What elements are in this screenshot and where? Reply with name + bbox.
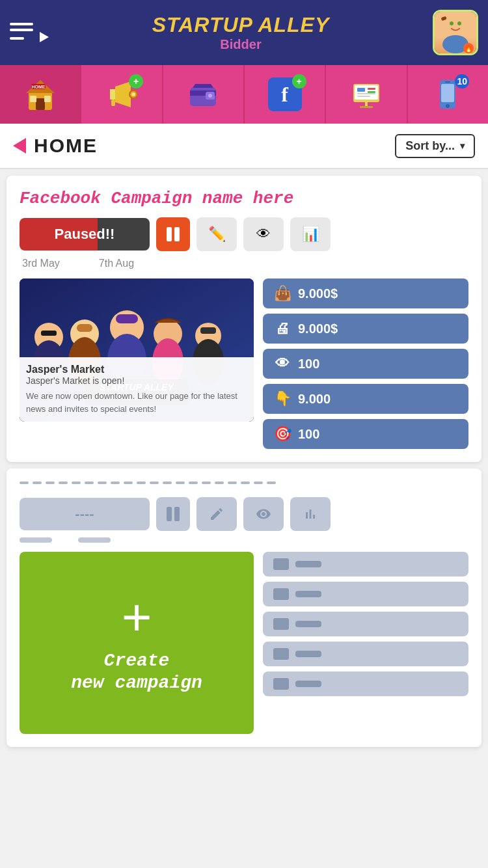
- plus-icon: +: [122, 591, 152, 644]
- dashed-separator: [20, 481, 468, 484]
- svg-point-15: [131, 92, 135, 96]
- chevron-down-icon: ▾: [460, 141, 465, 151]
- svg-rect-24: [368, 88, 375, 90]
- svg-rect-10: [30, 96, 36, 102]
- market-name: Jasper's Market: [26, 364, 247, 375]
- target-icon: 🎯: [273, 426, 291, 442]
- avatar[interactable]: 🔥: [433, 10, 478, 55]
- campaign-card-2: ---- +: [7, 468, 481, 747]
- svg-rect-47: [200, 327, 216, 334]
- create-campaign-label: Create new campaign: [71, 650, 202, 694]
- svg-rect-4: [441, 16, 447, 21]
- svg-rect-29: [360, 106, 373, 108]
- svg-rect-42: [116, 314, 138, 323]
- nav-tabs: HOME +: [0, 65, 488, 124]
- create-campaign-button[interactable]: + Create new campaign: [20, 552, 254, 734]
- svg-rect-23: [357, 88, 365, 92]
- app-subtitle: Bidder: [152, 37, 330, 52]
- empty-stat-3: [263, 612, 468, 636]
- stats-column: 👜 9.000$ 🖨 9.000$ 👁 100 👇 9.000 🎯: [263, 278, 468, 449]
- page-content: HOME Sort by... ▾ Facebook Campaign name…: [0, 124, 488, 868]
- svg-text:HOME: HOME: [31, 85, 45, 89]
- menu-arrow-icon: [40, 32, 49, 42]
- sort-by-button[interactable]: Sort by... ▾: [395, 134, 475, 158]
- empty-campaign-controls: ----: [20, 497, 468, 531]
- empty-stat-2: [263, 582, 468, 606]
- date-start: 3rd May: [22, 258, 60, 269]
- empty-stats-column: [263, 552, 468, 734]
- app-title: STARTUP ALLEY Bidder: [152, 13, 330, 52]
- svg-rect-36: [41, 331, 57, 336]
- empty-view: [243, 497, 284, 531]
- stat-views[interactable]: 👁 100: [263, 349, 468, 379]
- stat-target[interactable]: 🎯 100: [263, 419, 468, 449]
- stat-clicks[interactable]: 👇 9.000: [263, 384, 468, 414]
- svg-point-3: [457, 21, 461, 25]
- avatar-face: 🔥: [435, 12, 476, 53]
- svg-text:🔥: 🔥: [465, 44, 473, 53]
- empty-status: ----: [20, 498, 150, 530]
- pencil-icon: ✏️: [208, 226, 226, 243]
- views-icon: 👁: [273, 355, 291, 372]
- pause-button[interactable]: [156, 217, 190, 251]
- market-desc: We are now open downtown. Like our page …: [26, 390, 247, 415]
- empty-stat-1: [263, 552, 468, 576]
- chart-icon: 📊: [302, 226, 319, 243]
- wallet-icon: [185, 77, 221, 112]
- status-button[interactable]: Paused!!: [20, 218, 150, 251]
- svg-rect-16: [111, 100, 115, 106]
- svg-rect-33: [445, 81, 450, 83]
- phone-icon: 10: [430, 77, 465, 112]
- campaign-name: Facebook Campaign name here: [20, 189, 468, 208]
- menu-line-2: [10, 29, 33, 31]
- phone-badge: 10: [455, 74, 469, 88]
- nav-tab-campaign[interactable]: +: [81, 65, 163, 124]
- svg-rect-27: [357, 96, 370, 97]
- stat-budget[interactable]: 👜 9.000$: [263, 278, 468, 308]
- campaign-badge: +: [129, 74, 143, 88]
- svg-point-0: [445, 14, 466, 35]
- eye-icon: 👁: [256, 226, 271, 243]
- facebook-badge: +: [292, 74, 306, 88]
- facebook-icon: + f: [267, 77, 303, 112]
- page-title: HOME: [34, 135, 98, 157]
- nav-tab-facebook[interactable]: + f: [245, 65, 326, 124]
- svg-rect-11: [44, 96, 51, 102]
- pause-icon: [167, 227, 180, 241]
- empty-chart: [290, 497, 331, 531]
- app-header: STARTUP ALLEY Bidder 🔥: [0, 0, 488, 65]
- empty-stat-5: [263, 671, 468, 696]
- empty-campaign-details: + Create new campaign: [20, 552, 468, 734]
- nav-tab-wallet[interactable]: [163, 65, 245, 124]
- nav-tab-presentation[interactable]: [326, 65, 407, 124]
- back-arrow-icon: [13, 138, 26, 154]
- svg-rect-9: [36, 98, 45, 110]
- campaign-image: STARTUP ALLEY Bidder Jasper's Market Jas…: [20, 278, 254, 422]
- stat-spent[interactable]: 🖨 9.000$: [263, 314, 468, 344]
- empty-stat-4: [263, 642, 468, 666]
- nav-tab-home[interactable]: HOME: [0, 65, 81, 124]
- stats-button[interactable]: 📊: [290, 217, 331, 251]
- menu-line-3: [10, 37, 24, 40]
- menu-line-1: [10, 23, 33, 25]
- svg-point-32: [446, 104, 450, 108]
- empty-pause: [156, 497, 190, 531]
- menu-button[interactable]: [10, 23, 49, 42]
- edit-button[interactable]: ✏️: [197, 217, 237, 251]
- campaign-details: STARTUP ALLEY Bidder Jasper's Market Jas…: [20, 278, 468, 449]
- empty-edit: [197, 497, 237, 531]
- wallet-stat-icon: 👜: [273, 285, 291, 302]
- clicks-icon: 👇: [273, 390, 291, 407]
- empty-date-range: [20, 537, 468, 543]
- view-button[interactable]: 👁: [243, 217, 284, 251]
- home-icon: HOME: [23, 77, 58, 112]
- page-header: HOME Sort by... ▾: [0, 124, 488, 169]
- app-main-title: STARTUP ALLEY: [152, 13, 330, 37]
- nav-tab-phone[interactable]: 10: [408, 65, 488, 124]
- date-end: 7th Aug: [99, 258, 134, 269]
- svg-point-2: [450, 21, 454, 25]
- register-icon: 🖨: [273, 320, 291, 337]
- svg-rect-31: [441, 84, 454, 102]
- back-button[interactable]: HOME: [13, 135, 98, 157]
- svg-rect-39: [77, 324, 92, 332]
